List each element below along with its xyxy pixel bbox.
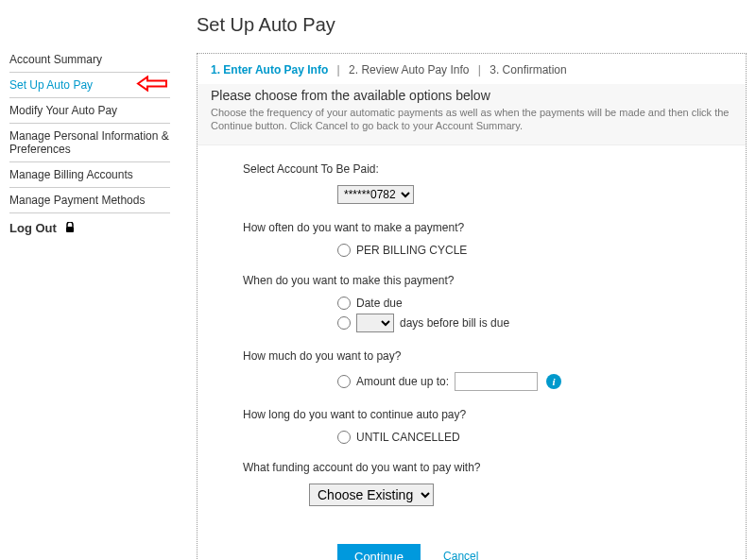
field-how-much: How much do you want to pay? Amount due … (243, 349, 732, 391)
radio-until-cancelled[interactable] (337, 431, 351, 444)
date-due-label: Date due (356, 297, 403, 310)
days-before-select[interactable] (356, 314, 394, 332)
account-select[interactable]: ******0782 (337, 185, 414, 204)
days-before-label: days before bill is due (400, 316, 509, 330)
select-account-label: Select Account To Be Paid: (243, 162, 732, 176)
page-title: Set Up Auto Pay (197, 14, 747, 36)
step-1: 1. Enter Auto Pay Info (211, 63, 328, 76)
field-select-account: Select Account To Be Paid: ******0782 (243, 162, 732, 204)
actions-row: Continue Cancel (243, 544, 732, 560)
sidebar-item-account-summary[interactable]: Account Summary (9, 47, 170, 73)
arrow-left-icon (136, 76, 168, 95)
how-long-label: How long do you want to continue auto pa… (243, 408, 732, 421)
step-2: 2. Review Auto Pay Info (349, 63, 469, 76)
form-body: Select Account To Be Paid: ******0782 Ho… (198, 145, 746, 560)
intro-block: Please choose from the available options… (198, 84, 746, 145)
amount-due-up-to-label: Amount due up to: (356, 375, 449, 388)
sidebar-item-set-up-auto-pay[interactable]: Set Up Auto Pay (9, 73, 170, 98)
intro-title: Please choose from the available options… (211, 88, 732, 103)
how-often-label: How often do you want to make a payment? (243, 221, 732, 234)
sidebar-item-label: Log Out (9, 221, 57, 235)
radio-amount-due-up-to[interactable] (337, 375, 351, 388)
cancel-link[interactable]: Cancel (443, 550, 478, 560)
amount-input[interactable] (455, 372, 538, 391)
radio-days-before[interactable] (337, 316, 351, 330)
field-funding-account: What funding account do you want to pay … (243, 461, 732, 506)
continue-button[interactable]: Continue (337, 544, 421, 560)
field-how-often: How often do you want to make a payment?… (243, 221, 732, 257)
form-panel: 1. Enter Auto Pay Info | 2. Review Auto … (197, 53, 747, 560)
when-label: When do you want to make this payment? (243, 274, 732, 287)
sidebar-item-modify-auto-pay[interactable]: Modify Your Auto Pay (9, 98, 170, 124)
info-icon[interactable]: i (546, 374, 561, 389)
field-how-long: How long do you want to continue auto pa… (243, 408, 732, 444)
step-3: 3. Confirmation (490, 63, 566, 76)
radio-date-due[interactable] (337, 297, 351, 310)
sidebar-item-log-out[interactable]: Log Out (9, 213, 170, 242)
sidebar-item-label: Set Up Auto Pay (9, 78, 93, 92)
sidebar-item-manage-billing-accounts[interactable]: Manage Billing Accounts (9, 162, 170, 188)
per-billing-cycle-label: PER BILLING CYCLE (356, 244, 467, 257)
intro-text: Choose the frequency of your automatic p… (211, 106, 732, 133)
funding-label: What funding account do you want to pay … (243, 461, 732, 474)
step-separator: | (337, 63, 340, 76)
steps-bar: 1. Enter Auto Pay Info | 2. Review Auto … (198, 54, 746, 84)
until-cancelled-label: UNTIL CANCELLED (356, 431, 460, 444)
sidebar-item-manage-personal-info[interactable]: Manage Personal Information & Preference… (9, 124, 170, 162)
radio-per-billing-cycle[interactable] (337, 244, 351, 257)
sidebar: Account Summary Set Up Auto Pay Modify Y… (9, 9, 170, 560)
sidebar-item-manage-payment-methods[interactable]: Manage Payment Methods (9, 188, 170, 213)
field-when: When do you want to make this payment? D… (243, 274, 732, 332)
lock-icon (65, 222, 75, 236)
svg-rect-0 (66, 227, 74, 232)
funding-account-select[interactable]: Choose Existing (309, 484, 434, 506)
how-much-label: How much do you want to pay? (243, 349, 732, 363)
main-content: Set Up Auto Pay 1. Enter Auto Pay Info |… (170, 9, 747, 560)
step-separator: | (478, 63, 481, 76)
